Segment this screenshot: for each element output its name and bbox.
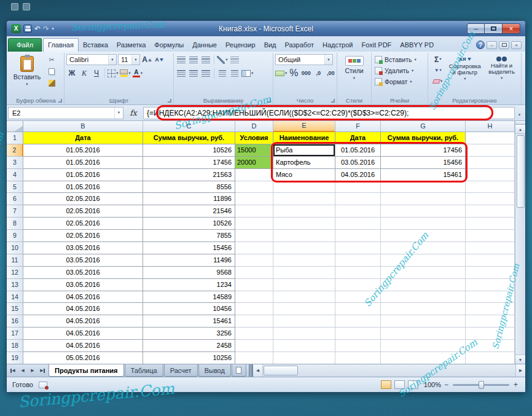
cell-F13[interactable] [335, 279, 381, 291]
tab-split-handle[interactable] [249, 364, 253, 377]
cell-B8[interactable]: 02.05.2016 [23, 218, 143, 230]
cell-E5[interactable] [273, 181, 335, 194]
column-header-D[interactable]: D [235, 121, 273, 132]
column-header-C[interactable]: C [143, 121, 235, 132]
cell-G14[interactable] [381, 291, 466, 304]
horizontal-scroll-thumb[interactable] [264, 366, 298, 375]
cell-C10[interactable]: 15456 [143, 242, 235, 254]
cell-H14[interactable] [466, 291, 515, 304]
scroll-up-button[interactable]: ▲ [515, 125, 525, 134]
cell-B1[interactable]: Дата [23, 132, 143, 144]
sheet-tab-Продукты питания[interactable]: Продукты питания [49, 364, 124, 377]
cell-G1[interactable]: Сумма выручки, руб. [381, 132, 466, 144]
cell-F14[interactable] [335, 291, 381, 304]
column-header-B[interactable]: B [23, 121, 143, 132]
cell-F5[interactable] [335, 181, 381, 194]
styles-button[interactable]: Стили ▾ [339, 54, 369, 96]
row-header-6[interactable]: 6 [7, 193, 23, 205]
cell-G12[interactable] [381, 267, 466, 279]
cell-D1[interactable]: Условия [235, 132, 273, 144]
cell-D4[interactable] [235, 169, 273, 181]
increase-indent-button[interactable] [229, 68, 240, 79]
column-header-E[interactable]: E [273, 121, 335, 132]
align-left-button[interactable] [176, 68, 187, 79]
row-header-8[interactable]: 8 [7, 218, 23, 230]
cell-H11[interactable] [466, 254, 515, 267]
zoom-slider-thumb[interactable] [479, 381, 484, 389]
cell-E2[interactable]: Рыба [273, 144, 335, 157]
view-normal-button[interactable] [381, 380, 391, 389]
row-header-9[interactable]: 9 [7, 230, 23, 242]
cell-G15[interactable] [381, 303, 466, 315]
ribbon-tab-Главная[interactable]: Главная [43, 38, 79, 52]
row-header-15[interactable]: 15 [7, 303, 23, 315]
cell-E6[interactable] [273, 193, 335, 205]
zoom-level[interactable]: 100% [424, 381, 441, 388]
cell-B12[interactable]: 03.05.2016 [23, 267, 143, 279]
maximize-button[interactable] [485, 23, 503, 34]
ribbon-tab-ABBYY PD[interactable]: ABBYY PD [396, 39, 438, 52]
find-select-button[interactable]: Найти и выделить ▾ [484, 54, 519, 96]
cell-E14[interactable] [273, 291, 335, 304]
cell-F4[interactable]: 04.05.2016 [335, 169, 381, 181]
borders-button[interactable]: ▾ [108, 68, 119, 79]
cell-G18[interactable] [381, 340, 466, 352]
cell-E3[interactable]: Картофель [273, 157, 335, 169]
cell-G16[interactable] [381, 315, 466, 328]
row-header-2[interactable]: 2 [7, 144, 23, 157]
excel-logo-icon[interactable]: X [11, 24, 21, 33]
cell-C7[interactable]: 21546 [143, 205, 235, 218]
column-header-G[interactable]: G [381, 121, 466, 132]
fill-button[interactable]: ▼▾ [430, 65, 445, 76]
cell-B16[interactable]: 04.05.2016 [23, 315, 143, 328]
cell-E1[interactable]: Наименование [273, 132, 335, 144]
cell-E16[interactable] [273, 315, 335, 328]
ribbon-tab-Рецензир[interactable]: Рецензир [221, 39, 260, 52]
cell-H18[interactable] [466, 340, 515, 352]
cell-E4[interactable]: Мясо [273, 169, 335, 181]
insert-worksheet-button[interactable] [232, 364, 246, 377]
ribbon-tab-Надстрой[interactable]: Надстрой [318, 39, 357, 52]
chevron-down-icon[interactable]: ▾ [324, 55, 332, 65]
minimize-button[interactable]: – [467, 23, 485, 34]
ribbon-tab-Вид[interactable]: Вид [260, 39, 281, 52]
cell-H17[interactable] [466, 328, 515, 340]
align-right-button[interactable] [200, 68, 211, 79]
sheet-tab-Расчет[interactable]: Расчет [164, 364, 198, 377]
cell-F12[interactable] [335, 267, 381, 279]
ribbon-tab-Формулы[interactable]: Формулы [150, 39, 188, 52]
cell-F15[interactable] [335, 303, 381, 315]
cell-C19[interactable]: 10256 [143, 352, 235, 364]
cell-B6[interactable]: 02.05.2016 [23, 193, 143, 205]
cell-E11[interactable] [273, 254, 335, 267]
cell-H8[interactable] [466, 218, 515, 230]
cell-G3[interactable]: 15456 [381, 157, 466, 169]
ribbon-tab-Разметка[interactable]: Разметка [112, 39, 151, 52]
clear-button[interactable]: ▾ [430, 76, 445, 87]
cell-B11[interactable]: 03.05.2016 [23, 254, 143, 267]
cell-H2[interactable] [466, 144, 515, 157]
number-dialog-launcher[interactable] [331, 99, 335, 103]
cell-G6[interactable] [381, 193, 466, 205]
vertical-scroll-thumb[interactable] [517, 135, 525, 208]
cell-C18[interactable]: 2458 [143, 340, 235, 352]
underline-button[interactable]: Ч [91, 68, 102, 79]
zoom-out-button[interactable]: − [444, 380, 448, 389]
cell-D10[interactable] [235, 242, 273, 254]
scroll-down-button[interactable]: ▼ [515, 355, 525, 364]
sheet-tab-Вывод[interactable]: Вывод [198, 364, 231, 377]
close-button[interactable]: × [503, 23, 520, 34]
alignment-dialog-launcher[interactable] [267, 99, 271, 103]
cell-B14[interactable]: 04.05.2016 [23, 291, 143, 304]
last-sheet-button[interactable]: ▶ [38, 366, 47, 375]
cut-button[interactable]: ✂ [46, 54, 57, 65]
first-sheet-button[interactable]: ◀ [9, 366, 17, 375]
row-header-18[interactable]: 18 [7, 340, 23, 352]
increase-decimal-button[interactable]: ,0 [313, 68, 324, 79]
cell-H15[interactable] [466, 303, 515, 315]
wrap-text-button[interactable] [229, 54, 240, 65]
column-header-H[interactable]: H [466, 121, 515, 132]
align-center-button[interactable] [188, 68, 199, 79]
cell-D12[interactable] [235, 267, 273, 279]
row-header-4[interactable]: 4 [7, 169, 23, 181]
